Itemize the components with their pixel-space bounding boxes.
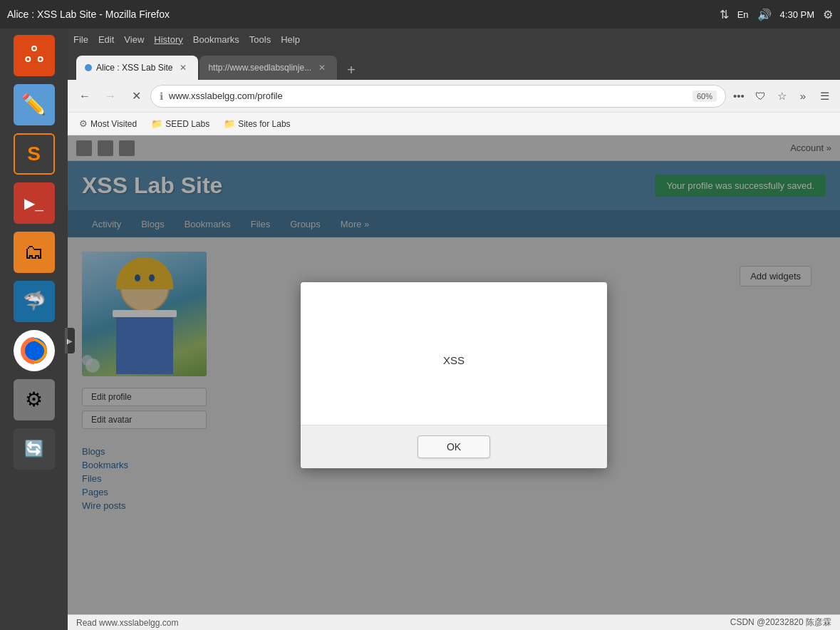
tab-bar: Alice : XSS Lab Site ✕ http://www.seedla… [68,50,840,80]
address-text: www.xsslabelgg.com/profile [169,91,687,101]
sidebar-item-texteditor[interactable]: ✏️ [11,81,57,128]
info-icon: ℹ [160,91,163,102]
ubuntu-icon [14,35,55,76]
pocket-button[interactable]: 🛡 [750,86,770,106]
overflow-menu-button[interactable]: ••• [729,86,749,106]
tab-label-active: Alice : XSS Lab Site [96,63,172,73]
menu-bar: File Edit View History Bookmarks Tools H… [68,29,840,50]
sidebar-item-settings[interactable]: ⚙ [11,376,57,423]
status-left: Read www.xsslabelgg.com [76,618,178,628]
language-indicator: En [737,9,749,20]
modal-body: XSS [301,282,607,425]
wireshark-icon: 🦈 [14,281,55,322]
firefox-icon [14,330,55,371]
bookmark-seed-labs[interactable]: 📁 SEED Labs [145,117,215,130]
text-editor-icon: ✏️ [14,84,55,125]
back-button[interactable]: ← [73,85,96,108]
sidebar-item-firefox[interactable] [11,327,57,373]
extensions-button[interactable]: » [793,86,813,106]
svg-point-4 [33,47,36,50]
settings-icon: ⚙ [14,379,55,420]
files-icon: 🗂 [14,232,55,273]
bookmark-sites-for-labs[interactable]: 📁 Sites for Labs [218,117,296,130]
bookmarks-bar: ⚙ Most Visited 📁 SEED Labs 📁 Sites for L… [68,113,840,135]
nav-extra-buttons: ••• 🛡 ☆ » ☰ [729,86,834,106]
modal-footer: OK [301,425,607,468]
gear-icon: ⚙ [823,8,833,21]
left-sidebar: ✏️ S ▶_ 🗂 🦈 ⚙ 🔄 ▶ [0,29,68,630]
status-right: CSDN @20232820 陈彦霖 [730,616,831,629]
reload-button[interactable]: ✕ [125,85,147,108]
zoom-indicator: 60% [693,91,717,102]
volume-icon: 🔊 [757,8,772,21]
new-tab-button[interactable]: + [341,60,361,80]
update-icon: 🔄 [14,428,55,470]
bookmark-seed-labs-label: SEED Labs [165,119,209,129]
tab-label-inactive: http://www.seedlabsqlinje... [208,63,311,73]
browser-window: File Edit View History Bookmarks Tools H… [68,29,840,630]
bookmark-most-visited[interactable]: ⚙ Most Visited [73,117,142,130]
sidebar-item-wireshark[interactable]: 🦈 [11,278,57,324]
sidebar-item-sublime[interactable]: S [11,130,57,177]
sidebar-item-ubuntu[interactable] [11,32,57,78]
status-bar: Read www.xsslabelgg.com CSDN @20232820 陈… [68,614,840,630]
bookmark-star-button[interactable]: ☆ [772,86,792,106]
most-visited-icon: ⚙ [79,118,88,129]
hamburger-menu-button[interactable]: ☰ [814,86,834,106]
forward-button[interactable]: → [99,85,122,108]
tab-xss-lab[interactable]: Alice : XSS Lab Site ✕ [76,56,198,80]
sites-for-labs-icon: 📁 [224,118,235,129]
menu-help[interactable]: Help [281,34,300,45]
sidebar-item-files[interactable]: 🗂 [11,229,57,275]
terminal-icon: ▶_ [14,182,55,224]
modal-message: XSS [443,354,465,366]
address-bar[interactable]: ℹ www.xsslabelgg.com/profile 60% [150,85,726,108]
navigation-bar: ← → ✕ ℹ www.xsslabelgg.com/profile 60% •… [68,80,840,113]
system-bar-right: ⇅ En 🔊 4:30 PM ⚙ [720,8,833,21]
modal-overlay: XSS OK [68,135,840,614]
menu-view[interactable]: View [124,34,144,45]
svg-point-5 [38,58,41,61]
bookmark-most-visited-label: Most Visited [90,119,137,129]
seed-labs-icon: 📁 [151,118,162,129]
menu-bookmarks[interactable]: Bookmarks [193,34,239,45]
transfer-icon: ⇅ [720,8,729,21]
sidebar-item-terminal[interactable]: ▶_ [11,180,57,226]
menu-tools[interactable]: Tools [249,34,271,45]
sublime-icon: S [14,133,55,175]
modal-dialog: XSS OK [301,282,607,468]
tab-close-active[interactable]: ✕ [177,61,190,74]
tab-favicon [85,64,92,71]
tab-close-inactive[interactable]: ✕ [316,61,328,74]
tab-seedlab[interactable]: http://www.seedlabsqlinje... ✕ [199,56,337,80]
sidebar-item-update[interactable]: 🔄 [11,425,57,472]
tabs-container: Alice : XSS Lab Site ✕ http://www.seedla… [73,50,834,80]
system-titlebar: Alice : XSS Lab Site - Mozilla Firefox ⇅… [0,0,840,29]
menu-file[interactable]: File [73,34,88,45]
menu-history[interactable]: History [154,34,182,45]
modal-ok-button[interactable]: OK [418,435,490,458]
page-content: Account » XSS Lab Site Your profile was … [68,135,840,614]
menu-edit[interactable]: Edit [98,34,114,45]
svg-point-6 [26,58,29,61]
window-title: Alice : XSS Lab Site - Mozilla Firefox [7,9,720,20]
clock: 4:30 PM [780,9,814,20]
bookmark-sites-for-labs-label: Sites for Labs [238,119,290,129]
